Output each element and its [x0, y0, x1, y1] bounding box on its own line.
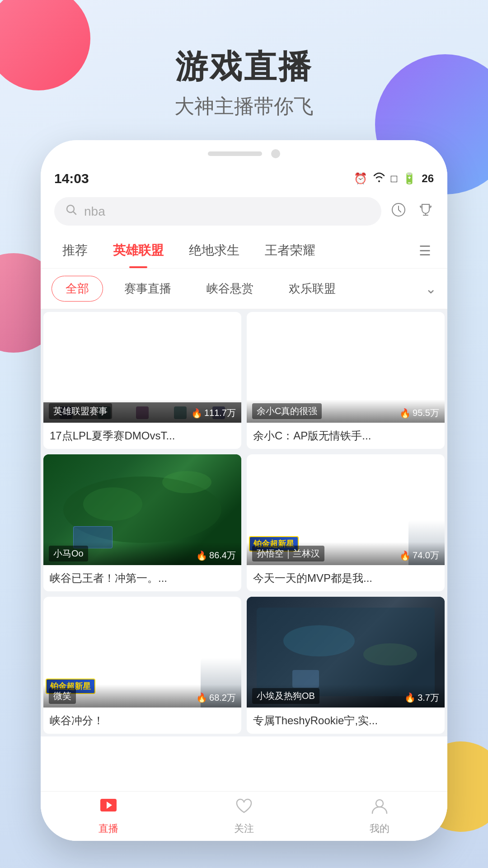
stream-badge-4: 孙悟空｜兰林汉 🔥 74.0万: [247, 542, 445, 565]
category-tabs: 推荐 英雄联盟 绝地求生 王者荣耀 ☰: [41, 233, 447, 269]
phone-speaker: [208, 151, 262, 156]
sub-tab-fun[interactable]: 欢乐联盟: [275, 276, 350, 302]
tab-recommend[interactable]: 推荐: [50, 233, 100, 268]
nav-live[interactable]: 直播: [41, 797, 176, 835]
battery-level: 26: [422, 172, 434, 185]
stream-title-4: 今天一天的MVP都是我...: [253, 571, 438, 586]
battery-icon: 🔋: [403, 172, 416, 185]
fire-icon-3: 🔥: [196, 550, 207, 561]
fire-icon-4: 🔥: [399, 550, 411, 561]
stream-viewers-4: 🔥 74.0万: [399, 549, 439, 561]
phone-signal-icon: □: [391, 172, 398, 185]
stream-info-5: 峡谷冲分！: [43, 708, 241, 734]
sub-tab-all[interactable]: 全部: [52, 276, 103, 302]
stream-thumb-1: SN 26 0:0 WE WE: [43, 312, 241, 423]
wifi-icon: [373, 172, 385, 185]
sub-tab-more-icon[interactable]: ⌄: [425, 281, 436, 297]
nav-mine[interactable]: 我的: [312, 797, 447, 835]
follow-icon: [234, 797, 254, 819]
fire-icon-1: 🔥: [191, 408, 202, 419]
stream-viewers-1: 🔥 111.7万: [191, 407, 236, 419]
stream-card-6[interactable]: 小埃及热狗OB 🔥 3.7万 专属TheshyRookie宁,实...: [247, 597, 445, 734]
tab-lol[interactable]: 英雄联盟: [100, 233, 176, 268]
stream-info-4: 今天一天的MVP都是我...: [247, 565, 445, 591]
status-bar: 14:03 ⏰ □ 🔋 26: [41, 167, 447, 190]
stream-title-1: 17点LPL夏季赛DMOvsT...: [50, 428, 235, 443]
phone-notch: [41, 140, 447, 167]
stream-thumb-2: 铂金超新星 ⭐ ★ 余小C真的很强 🔥 95.5万: [247, 312, 445, 423]
nav-mine-label: 我的: [370, 822, 389, 835]
stream-title-3: 峡谷已王者！冲第一。...: [50, 571, 235, 586]
nav-live-label: 直播: [99, 822, 118, 835]
search-input-wrap[interactable]: nba: [54, 197, 381, 226]
stream-viewers-2: 🔥 95.5万: [399, 407, 439, 419]
stream-badge-3: 小马Oo 🔥 86.4万: [43, 542, 241, 565]
status-time: 14:03: [54, 171, 89, 186]
stream-card-2[interactable]: 铂金超新星 ⭐ ★ 余小C真的很强 🔥 95.5万: [247, 312, 445, 449]
trophy-icon[interactable]: [418, 202, 434, 222]
stream-tag-6: 小埃及热狗OB: [252, 688, 319, 704]
stream-grid: SN 26 0:0 WE WE: [41, 309, 447, 736]
stream-thumb-6: 小埃及热狗OB 🔥 3.7万: [247, 597, 445, 708]
tab-honor[interactable]: 王者荣耀: [252, 233, 328, 268]
mine-icon: [370, 797, 389, 819]
stream-badge-6: 小埃及热狗OB 🔥 3.7万: [247, 684, 445, 708]
stream-card-1[interactable]: SN 26 0:0 WE WE: [43, 312, 241, 449]
search-actions: [390, 202, 434, 222]
svg-point-3: [376, 800, 383, 807]
stream-title-5: 峡谷冲分！: [50, 713, 235, 728]
stream-viewers-3: 🔥 86.4万: [196, 549, 236, 561]
phone-camera: [271, 149, 280, 158]
stream-info-1: 17点LPL夏季赛DMOvsT...: [43, 423, 241, 449]
nav-follow-label: 关注: [234, 822, 254, 835]
stream-thumb-4: 铂金超新星 ⭐ 孙悟空｜兰林汉 🔥 74.0万: [247, 454, 445, 565]
stream-info-3: 峡谷已王者！冲第一。...: [43, 565, 241, 591]
stream-badge-1: 英雄联盟赛事 🔥 111.7万: [43, 400, 241, 423]
search-icon: [65, 203, 78, 219]
page-title: 游戏直播: [0, 45, 488, 89]
sub-tab-match[interactable]: 赛事直播: [110, 276, 185, 302]
stream-badge-5: 微笑 🔥 68.2万: [43, 684, 241, 708]
bottom-navigation: 直播 关注 我的: [41, 791, 447, 841]
page-header: 游戏直播 大神主播带你飞: [0, 45, 488, 120]
search-input[interactable]: nba: [84, 204, 105, 219]
stream-thumb-5: 铂金超新星 ⭐ 微笑 🔥 68.2万: [43, 597, 241, 708]
stream-info-2: 余小C：AP版无情铁手...: [247, 423, 445, 449]
search-bar: nba: [41, 190, 447, 233]
fire-icon-6: 🔥: [404, 692, 416, 703]
stream-title-2: 余小C：AP版无情铁手...: [253, 428, 438, 443]
stream-badge-2: 余小C真的很强 🔥 95.5万: [247, 400, 445, 423]
stream-card-3[interactable]: 小马Oo 🔥 86.4万 峡谷已王者！冲第一。...: [43, 454, 241, 591]
stream-info-6: 专属TheshyRookie宁,实...: [247, 708, 445, 734]
page-subtitle: 大神主播带你飞: [0, 93, 488, 120]
alarm-icon: ⏰: [354, 172, 367, 185]
stream-tag-2: 余小C真的很强: [252, 403, 322, 419]
stream-card-4[interactable]: 铂金超新星 ⭐ 孙悟空｜兰林汉 🔥 74.0万 今天一天的MVP都是我...: [247, 454, 445, 591]
stream-tag-5: 微笑: [49, 688, 76, 704]
fire-icon-2: 🔥: [399, 408, 411, 419]
stream-thumb-3: 小马Oo 🔥 86.4万: [43, 454, 241, 565]
tab-more-icon[interactable]: ☰: [412, 234, 438, 268]
status-icons: ⏰ □ 🔋 26: [354, 172, 434, 185]
history-icon[interactable]: [390, 202, 407, 222]
stream-viewers-5: 🔥 68.2万: [196, 692, 236, 704]
phone-frame: 14:03 ⏰ □ 🔋 26 nba: [41, 140, 447, 841]
stream-tag-3: 小马Oo: [49, 546, 88, 561]
stream-viewers-6: 🔥 3.7万: [404, 692, 439, 704]
sub-tab-canyon[interactable]: 峡谷悬赏: [192, 276, 267, 302]
live-icon: [99, 797, 118, 819]
stream-card-5[interactable]: 铂金超新星 ⭐ 微笑 🔥 68.2万 峡谷冲分！: [43, 597, 241, 734]
tab-pubg[interactable]: 绝地求生: [176, 233, 252, 268]
stream-tag-4: 孙悟空｜兰林汉: [252, 546, 324, 561]
fire-icon-5: 🔥: [196, 692, 207, 703]
stream-tag-1: 英雄联盟赛事: [49, 403, 112, 419]
sub-category-tabs: 全部 赛事直播 峡谷悬赏 欢乐联盟 ⌄: [41, 269, 447, 309]
stream-title-6: 专属TheshyRookie宁,实...: [253, 713, 438, 728]
nav-follow[interactable]: 关注: [176, 797, 312, 835]
